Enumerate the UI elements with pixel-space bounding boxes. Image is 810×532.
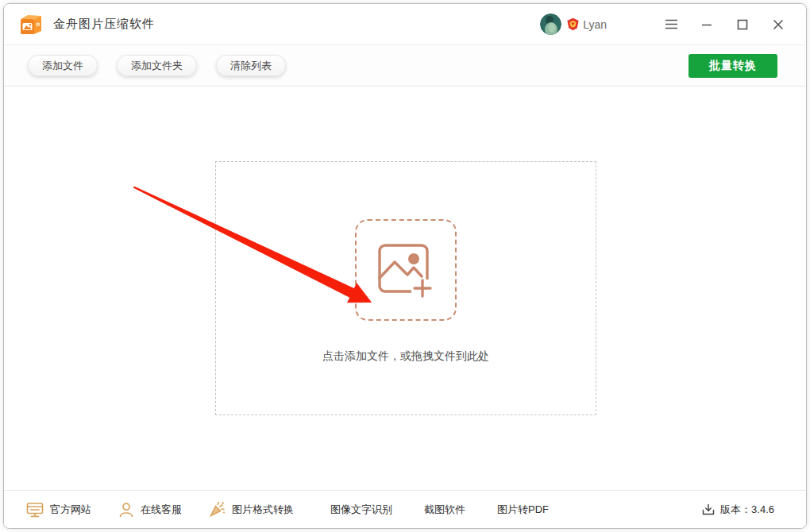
app-logo-icon <box>18 12 44 37</box>
username[interactable]: Lyan <box>583 18 607 31</box>
footer-link-img2pdf[interactable]: 图片转PDF <box>497 503 549 517</box>
main-area: 点击添加文件，或拖拽文件到此处 <box>4 87 806 490</box>
titlebar: 金舟图片压缩软件 Lyan <box>4 4 806 45</box>
person-icon <box>118 502 134 518</box>
version-info[interactable]: 版本：3.4.6 <box>702 503 774 517</box>
monitor-icon <box>26 502 44 518</box>
vip-badge-icon <box>566 17 580 31</box>
window-controls <box>659 13 790 37</box>
footer-link-official-site[interactable]: 官方网站 <box>26 502 91 518</box>
batch-convert-button[interactable]: 批量转换 <box>688 54 777 78</box>
batch-convert-label: 批量转换 <box>709 59 757 73</box>
dropzone-hint: 点击添加文件，或拖拽文件到此处 <box>322 349 489 364</box>
clear-list-button[interactable]: 清除列表 <box>216 55 286 76</box>
download-icon <box>702 503 715 516</box>
minimize-icon[interactable] <box>695 13 719 37</box>
toolbar: 添加文件 添加文件夹 清除列表 批量转换 <box>4 45 806 87</box>
close-icon[interactable] <box>766 13 790 37</box>
menu-icon[interactable] <box>659 13 683 37</box>
avatar[interactable] <box>540 13 561 35</box>
add-folder-button[interactable]: 添加文件夹 <box>117 55 197 76</box>
footer-link-online-support[interactable]: 在线客服 <box>118 502 182 518</box>
party-popper-icon <box>209 501 226 518</box>
app-window: 金舟图片压缩软件 Lyan <box>3 3 807 529</box>
footer-link-label: 在线客服 <box>141 503 182 517</box>
version-label: 版本：3.4.6 <box>720 503 774 517</box>
app-title: 金舟图片压缩软件 <box>53 17 155 32</box>
maximize-icon[interactable] <box>731 13 754 37</box>
add-folder-label: 添加文件夹 <box>131 59 183 73</box>
add-image-target[interactable] <box>355 219 457 321</box>
footer-link-label: 图片格式转换 <box>232 503 294 517</box>
add-file-label: 添加文件 <box>42 59 83 73</box>
add-image-icon <box>376 241 436 299</box>
add-file-button[interactable]: 添加文件 <box>28 55 98 76</box>
footer-link-format-convert[interactable]: 图片格式转换 <box>209 501 294 518</box>
footer-link-ocr[interactable]: 图像文字识别 <box>330 503 392 517</box>
footer-link-screenshot[interactable]: 截图软件 <box>424 503 465 517</box>
footer-link-label: 官方网站 <box>50 503 91 517</box>
clear-list-label: 清除列表 <box>230 59 272 73</box>
file-dropzone[interactable]: 点击添加文件，或拖拽文件到此处 <box>215 161 596 415</box>
footer: 官方网站 在线客服 图片格式转换 图像文字识别 截图软件 图片转PDF 版本：3… <box>4 490 806 528</box>
